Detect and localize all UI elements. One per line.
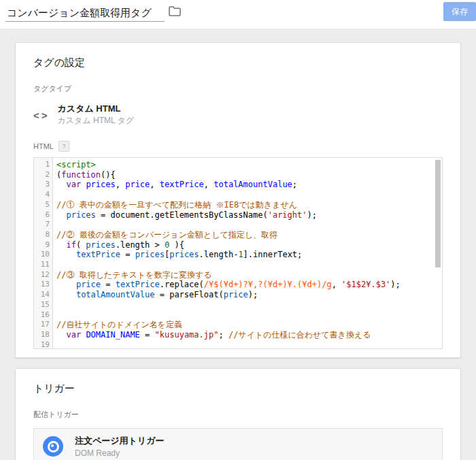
trigger-card-title: トリガー — [33, 382, 443, 395]
code-line: prices = document.getElementsByClassName… — [56, 210, 442, 220]
code-line: //③ 取得したテキストを数字に変換する — [56, 270, 442, 280]
code-line: //自社サイトのドメイン名を定義 — [56, 320, 442, 330]
code-lines[interactable]: <script>(function(){ var prices, price, … — [53, 158, 442, 348]
line-number: 9 — [34, 240, 52, 250]
code-line: if( prices.length > 0 ){ — [56, 240, 442, 250]
line-number: 8 — [34, 230, 52, 240]
line-number: 11 — [34, 260, 52, 270]
tag-type-subtitle: カスタム HTML タグ — [58, 115, 135, 127]
line-number: 10 — [34, 250, 52, 260]
trigger-eye-icon — [43, 436, 63, 457]
top-bar: 保存 — [0, 0, 476, 29]
line-number: 5 — [34, 200, 52, 210]
tag-name-input[interactable] — [5, 5, 165, 22]
code-line: (function(){ — [56, 170, 442, 180]
code-line — [56, 260, 442, 270]
tag-type-selector[interactable]: <> カスタム HTML カスタム HTML タグ — [33, 103, 443, 127]
line-number: 13 — [34, 280, 52, 290]
line-number: 15 — [34, 300, 52, 310]
line-number: 14 — [34, 290, 52, 300]
editor-scrollbar-thumb[interactable] — [435, 160, 441, 267]
code-line: var DOMAIN_NAME = "kusuyama.jp"; //サイトの仕… — [56, 330, 442, 340]
html-field-label: HTML — [33, 142, 54, 150]
trigger-row[interactable]: 注文ページ用トリガー DOM Ready — [33, 428, 443, 460]
line-number: 4 — [34, 190, 52, 200]
code-line — [56, 190, 442, 200]
code-line: textPrice = prices[prices.length-1].inne… — [56, 250, 442, 260]
line-number: 19 — [34, 340, 52, 349]
code-line: var prices, price, textPrice, totalAmoun… — [56, 180, 442, 190]
code-line: //② 最後の金額をコンバージョン金額として指定し、取得 — [56, 230, 442, 240]
code-line — [56, 310, 442, 321]
line-numbers: 12345678910111213141516171819 — [34, 158, 53, 348]
code-line: totalAmountValue = parseFloat(price); — [56, 290, 442, 300]
code-line: <script> — [56, 160, 442, 170]
trigger-type: DOM Ready — [75, 448, 165, 458]
line-number: 17 — [34, 320, 52, 330]
folder-icon — [168, 9, 182, 19]
line-number: 7 — [34, 220, 52, 230]
code-line: //① 表中の金額を一旦すべて配列に格納 ※IE8では動きません — [56, 200, 442, 210]
html-code-editor[interactable]: 12345678910111213141516171819 <script>(f… — [33, 157, 443, 349]
line-number: 3 — [34, 180, 52, 190]
line-number: 12 — [34, 270, 52, 280]
help-icon[interactable]: ? — [58, 141, 69, 152]
tag-settings-title: タグの設定 — [33, 56, 443, 69]
page-body: タグの設定 タグタイプ <> カスタム HTML カスタム HTML タグ HT… — [0, 29, 476, 460]
save-button[interactable]: 保存 — [443, 2, 476, 21]
line-number: 2 — [34, 170, 52, 180]
code-line — [56, 300, 442, 310]
firing-trigger-label: 配信トリガー — [33, 410, 443, 420]
line-number: 1 — [34, 160, 52, 170]
trigger-name: 注文ページ用トリガー — [75, 435, 165, 447]
line-number: 6 — [34, 210, 52, 220]
tag-settings-card: タグの設定 タグタイプ <> カスタム HTML カスタム HTML タグ HT… — [15, 42, 461, 358]
html-field-header: HTML ? — [33, 141, 443, 152]
trigger-card: トリガー 配信トリガー 注文ページ用トリガー DOM Ready — [15, 368, 461, 460]
code-line: price = textPrice.replace(/¥$(¥d+)?¥,?(¥… — [56, 280, 442, 290]
code-brackets-icon: <> — [33, 110, 50, 121]
code-line — [56, 220, 442, 230]
line-number: 16 — [34, 310, 52, 321]
folder-button[interactable] — [167, 5, 182, 19]
code-line — [56, 340, 442, 348]
tag-type-name: カスタム HTML — [58, 103, 135, 114]
tag-type-label: タグタイプ — [33, 84, 443, 94]
line-number: 18 — [34, 330, 52, 340]
